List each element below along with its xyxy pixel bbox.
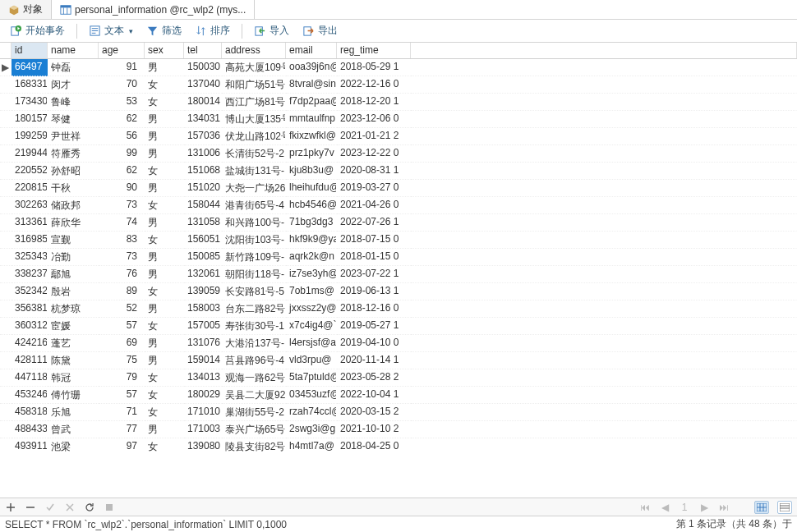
form-view-button[interactable]	[777, 501, 792, 514]
cell-address[interactable]: 高苑大厦109号	[222, 59, 286, 76]
cell-sex[interactable]: 男	[145, 180, 184, 197]
cell-sex[interactable]: 男	[145, 421, 184, 438]
cell-sex[interactable]: 女	[145, 404, 184, 421]
cell-email[interactable]: hcb4546@	[286, 197, 337, 214]
col-address[interactable]: address	[222, 43, 286, 58]
cell-id[interactable]: 356381	[12, 300, 48, 318]
cell-age[interactable]: 52	[99, 300, 145, 318]
table-row[interactable]: 338237鄢旭76男132061朝阳街118号-iz7se3yh@2023-0…	[0, 266, 797, 283]
cell-age[interactable]: 90	[99, 180, 145, 197]
cell-reg[interactable]: 2023-12-22 0	[337, 145, 411, 163]
cell-address[interactable]: 朝阳街118号-	[222, 266, 286, 283]
cell-email[interactable]: ooa39j6n@	[286, 59, 337, 76]
table-row[interactable]: 316985宣觐83女156051沈阳街103号-hkf9k9@ya2018-0…	[0, 232, 797, 249]
cell-reg[interactable]: 2023-12-06 0	[337, 111, 411, 128]
cell-age[interactable]: 76	[99, 266, 145, 283]
cell-tel[interactable]: 171010	[184, 404, 222, 421]
col-age[interactable]: age	[99, 43, 145, 58]
sort-button[interactable]: 排序	[190, 22, 235, 39]
cell-name[interactable]: 蓬艺	[48, 335, 99, 352]
cell-id[interactable]: 180157	[12, 111, 48, 128]
cell-reg[interactable]: 2023-05-28 2	[337, 369, 411, 387]
cell-reg[interactable]: 2018-07-15 0	[337, 232, 411, 249]
cell-name[interactable]: 鲁峰	[48, 94, 99, 111]
cell-tel[interactable]: 134031	[184, 111, 222, 128]
cell-address[interactable]: 大港沿137号-	[222, 335, 286, 352]
cell-id[interactable]: 338237	[12, 266, 48, 283]
cell-sex[interactable]: 男	[145, 266, 184, 283]
cell-tel[interactable]: 139059	[184, 283, 222, 300]
cell-sex[interactable]: 女	[145, 163, 184, 180]
grid-body[interactable]: ▶66497钟磊91男150030高苑大厦109号ooa39j6n@2018-0…	[0, 59, 797, 498]
cell-tel[interactable]: 151068	[184, 163, 222, 180]
cell-age[interactable]: 99	[99, 145, 145, 163]
cell-id[interactable]: 352342	[12, 283, 48, 300]
cell-reg[interactable]: 2021-01-21 2	[337, 128, 411, 145]
cell-age[interactable]: 77	[99, 421, 145, 438]
cell-id[interactable]: 173430	[12, 94, 48, 111]
cell-name[interactable]: 杭梦琼	[48, 300, 99, 318]
cell-tel[interactable]: 156051	[184, 232, 222, 249]
cell-age[interactable]: 79	[99, 369, 145, 387]
cell-address[interactable]: 新竹路109号-	[222, 249, 286, 266]
cell-age[interactable]: 83	[99, 232, 145, 249]
cell-email[interactable]: 7ob1ms@	[286, 283, 337, 300]
table-row[interactable]: 458318乐旭71女171010巢湖街55号-2rzah74ccl@2020-…	[0, 404, 797, 421]
cell-name[interactable]: 闵才	[48, 76, 99, 94]
cell-sex[interactable]: 男	[145, 111, 184, 128]
cell-email[interactable]: 03453uzf@	[286, 387, 337, 404]
cell-id[interactable]: 302263	[12, 197, 48, 214]
cell-age[interactable]: 69	[99, 335, 145, 352]
cell-tel[interactable]: 158003	[184, 300, 222, 318]
cell-tel[interactable]: 159014	[184, 352, 222, 369]
first-button[interactable]: ⏮	[639, 502, 651, 513]
cell-tel[interactable]: 180014	[184, 94, 222, 111]
begin-tx-button[interactable]: 开始事务	[5, 22, 70, 39]
col-email[interactable]: email	[286, 43, 337, 58]
cell-age[interactable]: 56	[99, 128, 145, 145]
table-row[interactable]: 219944符雁秀99男131006长清街52号-2prz1pky7v2023-…	[0, 145, 797, 163]
cell-reg[interactable]: 2019-06-13 1	[337, 283, 411, 300]
cell-address[interactable]: 博山大厦135号	[222, 111, 286, 128]
cell-tel[interactable]: 137040	[184, 76, 222, 94]
cell-id[interactable]: 458318	[12, 404, 48, 421]
cell-reg[interactable]: 2018-12-16 0	[337, 300, 411, 318]
cell-age[interactable]: 53	[99, 94, 145, 111]
cell-email[interactable]: fkixzwfkl@	[286, 128, 337, 145]
cell-name[interactable]: 符雁秀	[48, 145, 99, 163]
table-row[interactable]: 352342殷岩89女139059长安路81号-57ob1ms@2019-06-…	[0, 283, 797, 300]
cell-email[interactable]: 8tvral@sin	[286, 76, 337, 94]
cell-address[interactable]: 长清街52号-2	[222, 145, 286, 163]
cell-age[interactable]: 62	[99, 163, 145, 180]
cell-sex[interactable]: 女	[145, 283, 184, 300]
table-row[interactable]: 220815干秋90男151020大尧一广场26lheihufdu@2019-0…	[0, 180, 797, 197]
cell-tel[interactable]: 131076	[184, 335, 222, 352]
cell-age[interactable]: 74	[99, 214, 145, 232]
cell-sex[interactable]: 男	[145, 352, 184, 369]
cell-name[interactable]: 曾武	[48, 421, 99, 438]
cell-address[interactable]: 伏龙山路102号	[222, 128, 286, 145]
cell-age[interactable]: 89	[99, 283, 145, 300]
cell-reg[interactable]: 2018-05-29 1	[337, 59, 411, 76]
cell-tel[interactable]: 139080	[184, 438, 222, 456]
cell-email[interactable]: x7c4ig4@`	[286, 318, 337, 335]
cell-reg[interactable]: 2022-10-04 1	[337, 387, 411, 404]
prev-button[interactable]: ◀	[659, 502, 670, 513]
cell-id[interactable]: 316985	[12, 232, 48, 249]
next-button[interactable]: ▶	[698, 502, 710, 513]
cell-email[interactable]: 2swg3i@g	[286, 421, 337, 438]
cell-email[interactable]: hkf9k9@ya	[286, 232, 337, 249]
cell-address[interactable]: 和阳广场51号	[222, 76, 286, 94]
text-button[interactable]: 文本 ▾	[84, 22, 138, 39]
cell-email[interactable]: f7dp2paa@	[286, 94, 337, 111]
cell-name[interactable]: 钟磊	[48, 59, 99, 76]
cell-tel[interactable]: 134013	[184, 369, 222, 387]
cell-name[interactable]: 陈黛	[48, 352, 99, 369]
cell-reg[interactable]: 2019-04-10 0	[337, 335, 411, 352]
table-row[interactable]: 424216蓬艺69男131076大港沿137号-l4ersjsf@a2019-…	[0, 335, 797, 352]
cell-tel[interactable]: 150030	[184, 59, 222, 76]
cell-email[interactable]: kju8b3u@	[286, 163, 337, 180]
table-row[interactable]: ▶66497钟磊91男150030高苑大厦109号ooa39j6n@2018-0…	[0, 59, 797, 76]
cell-name[interactable]: 韩冠	[48, 369, 99, 387]
cell-sex[interactable]: 男	[145, 249, 184, 266]
